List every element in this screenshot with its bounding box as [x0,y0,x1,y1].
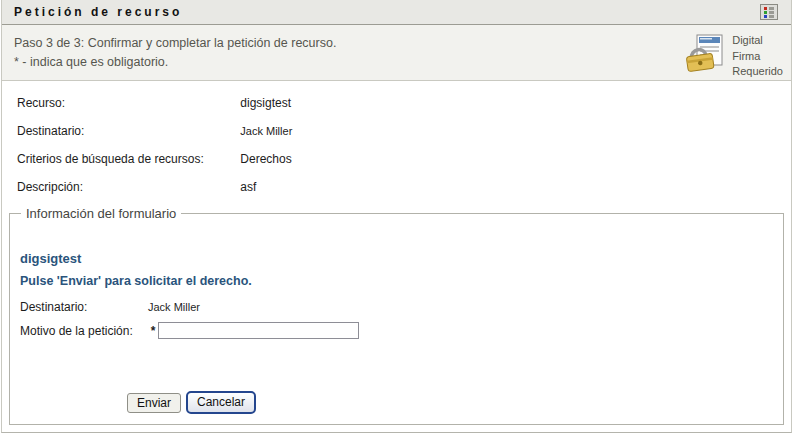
step-instructions: Paso 3 de 3: Confirmar y completar la pe… [14,34,336,80]
required-asterisk: * [148,323,158,339]
resource-value: digsigtest [240,96,291,110]
form-information-fieldset: Información del formulario digsigtest Pu… [9,206,784,425]
legend-row-blue [764,15,774,18]
form-reason-row: Motivo de la petición: * [20,322,783,339]
page-title: Petición de recurso [14,5,182,19]
fieldset-legend: Información del formulario [21,206,181,221]
legend-row-red [764,7,774,10]
step-line-2: * - indica que es obligatorio. [14,53,336,72]
window-frame: Petición de recurso Paso 3 de 3: Confirm… [1,0,792,433]
recipient-label: Destinatario: [17,122,237,140]
description-value: asf [240,180,256,194]
signature-line-3: Requerido [732,64,783,80]
button-row: Enviar Cancelar [20,391,783,414]
cancel-button[interactable]: Cancelar [186,391,256,414]
gray-bar [769,11,774,14]
gray-bar [769,7,774,10]
legend-grid-icon[interactable] [760,4,778,20]
search-criteria-value: Derechos [240,152,291,166]
gray-bar [769,15,774,18]
step-line-1: Paso 3 de 3: Confirmar y completar la pe… [14,34,336,53]
step-info-bar: Paso 3 de 3: Confirmar y completar la pe… [2,25,791,81]
form-instruction: Pulse 'Enviar' para solicitar el derecho… [20,274,783,288]
summary-row-recipient: Destinatario: Jack Miller [17,122,791,140]
form-recipient-row: Destinatario: Jack Miller [20,299,783,315]
resource-label: Recurso: [17,94,237,112]
signature-line-2: Firma [732,49,783,65]
legend-row-green [764,11,774,14]
red-square [764,7,767,10]
signature-label: Digital Firma Requerido [732,33,783,80]
green-square [764,11,767,14]
signature-line-1: Digital [732,33,783,49]
form-recipient-value: Jack Miller [148,299,200,315]
form-reason-label: Motivo de la petición: [20,323,148,339]
reason-input[interactable] [158,322,359,339]
search-criteria-label: Criterios de búsqueda de recursos: [17,150,237,168]
form-recipient-label: Destinatario: [20,299,148,315]
digital-signature-required: Digital Firma Requerido [684,33,783,80]
form-resource-name: digsigtest [20,251,783,266]
recipient-value: Jack Miller [240,125,292,137]
document-padlock-icon [684,33,726,73]
description-label: Descripción: [17,178,237,196]
blue-square [764,15,767,18]
summary-row-search-criteria: Criterios de búsqueda de recursos: Derec… [17,150,791,168]
summary-row-resource: Recurso: digsigtest [17,94,791,112]
request-summary: Recurso: digsigtest Destinatario: Jack M… [2,81,791,196]
summary-row-description: Descripción: asf [17,178,791,196]
resource-request-window: Petición de recurso Paso 3 de 3: Confirm… [0,0,794,438]
submit-button[interactable]: Enviar [127,393,181,413]
title-bar: Petición de recurso [2,0,791,25]
